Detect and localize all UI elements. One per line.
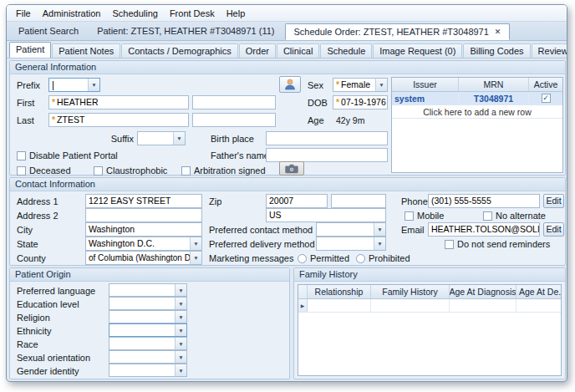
column-header-issuer[interactable]: Issuer <box>392 78 459 91</box>
active-checkbox[interactable]: ✓ <box>542 94 551 103</box>
education-level-combo[interactable]: ▼ <box>109 297 187 310</box>
first-name-extra-input[interactable] <box>192 95 276 109</box>
mobile-checkbox[interactable]: Mobile <box>405 210 444 221</box>
tab-schedule[interactable]: Schedule <box>320 43 372 58</box>
menu-item-front-desk[interactable]: Front Desk <box>164 7 221 20</box>
phone-edit-button[interactable]: Edit <box>543 194 564 208</box>
column-header-family-history[interactable]: Family History <box>371 285 450 298</box>
phone-input[interactable]: (301) 555-5555 <box>428 194 540 208</box>
tab-image-request[interactable]: Image Request (0) <box>373 43 462 58</box>
chevron-down-icon[interactable]: ▼ <box>190 252 201 264</box>
deceased-checkbox[interactable]: Deceased <box>17 165 71 176</box>
active-cell[interactable]: ✓ <box>529 92 562 104</box>
mrn-cell[interactable]: T3048971 <box>459 92 529 104</box>
close-icon[interactable]: ✕ <box>495 28 501 36</box>
do-not-send-reminders-checkbox[interactable]: Do not send reminders <box>445 238 550 250</box>
add-new-row[interactable]: Click here to add a new row <box>392 105 562 119</box>
menu-item-scheduling[interactable]: Scheduling <box>106 7 163 20</box>
camera-button[interactable] <box>279 161 304 176</box>
issuer-cell[interactable]: system <box>392 92 459 104</box>
doc-tab-schedule-order[interactable]: Schedule Order: ZTEST, HEATHER #T3048971… <box>285 23 511 40</box>
checkbox-box[interactable] <box>181 166 191 176</box>
chevron-down-icon[interactable]: ▼ <box>175 338 186 349</box>
column-header-age-at-death[interactable]: Age At De... <box>516 285 561 298</box>
first-name-input[interactable]: *HEATHER <box>48 95 189 109</box>
arbitration-signed-checkbox[interactable]: Arbitration signed <box>181 165 266 176</box>
doc-tab-patient[interactable]: Patient: ZTEST, HEATHER #T3048971 (11) <box>89 23 282 40</box>
tab-order[interactable]: Order <box>239 43 276 58</box>
chevron-down-icon[interactable]: ▼ <box>173 132 185 145</box>
marketing-permitted-radio[interactable]: Permitted <box>298 252 349 264</box>
no-alternate-checkbox[interactable]: No alternate <box>483 210 546 221</box>
checkbox-box[interactable] <box>445 240 454 249</box>
chevron-down-icon[interactable]: ▼ <box>374 223 385 236</box>
column-header-age-at-diagnosis[interactable]: Age At Diagnosis <box>450 285 516 298</box>
disable-patient-portal-checkbox[interactable]: Disable Patient Portal <box>17 150 118 161</box>
chevron-down-icon[interactable]: ▼ <box>175 284 186 296</box>
chevron-down-icon[interactable]: ▼ <box>375 79 387 91</box>
patient-photo-button[interactable] <box>279 76 301 93</box>
radio-circle[interactable] <box>298 254 307 263</box>
tab-billing-codes[interactable]: Billing Codes <box>463 43 530 58</box>
column-header-relationship[interactable]: Relationship <box>308 285 371 298</box>
preferred-language-combo[interactable]: ▼ <box>109 283 187 297</box>
gender-identity-combo[interactable]: ▼ <box>109 364 187 377</box>
checkbox-box[interactable] <box>483 211 492 221</box>
father-name-input[interactable] <box>266 148 388 162</box>
sexual-orientation-combo[interactable]: ▼ <box>109 350 187 364</box>
religion-combo[interactable]: ▼ <box>109 310 187 323</box>
address1-input[interactable]: 1212 EASY STREET <box>85 194 202 208</box>
age-at-diagnosis-cell[interactable] <box>450 299 516 312</box>
sex-combo[interactable]: *Female ▼ <box>333 78 388 92</box>
family-grid-empty-row[interactable]: ▶ <box>298 299 561 313</box>
ethnicity-combo[interactable]: ▼ <box>109 323 187 337</box>
mrn-grid-row[interactable]: system T3048971 ✓ <box>392 92 562 105</box>
email-input[interactable]: HEATHER.TOLSON@SOLISMAMMO.CC <box>428 222 540 237</box>
tab-review[interactable]: Review <box>532 43 567 58</box>
chevron-down-icon[interactable]: ▼ <box>175 364 186 376</box>
dob-input[interactable]: *07-19-1976 <box>333 95 388 109</box>
column-header-active[interactable]: Active <box>529 78 562 91</box>
menu-item-administration[interactable]: Administration <box>37 7 107 20</box>
mrn-grid[interactable]: Issuer MRN Active system T3048971 ✓ Clic… <box>391 77 563 173</box>
suffix-combo[interactable]: ▼ <box>137 131 186 145</box>
column-header-mrn[interactable]: MRN <box>459 78 529 91</box>
claustrophobic-checkbox[interactable]: Claustrophobic <box>94 165 167 176</box>
checkbox-box[interactable] <box>405 211 414 221</box>
checkbox-box[interactable] <box>17 151 26 160</box>
menu-item-file[interactable]: File <box>10 7 37 20</box>
tab-clinical[interactable]: Clinical <box>277 43 319 58</box>
radio-circle[interactable] <box>356 254 365 263</box>
address2-input[interactable] <box>85 208 202 222</box>
chevron-down-icon[interactable]: ▼ <box>175 298 186 309</box>
county-combo[interactable]: of Columbia (Washington D.C.) ▼ <box>85 251 202 265</box>
chevron-down-icon[interactable]: ▼ <box>175 324 186 336</box>
preferred-contact-method-combo[interactable]: ▼ <box>316 222 386 237</box>
country-input[interactable]: US <box>266 208 386 222</box>
age-at-death-cell[interactable] <box>516 299 561 312</box>
menu-item-help[interactable]: Help <box>221 7 252 20</box>
checkbox-box[interactable] <box>17 166 26 176</box>
email-edit-button[interactable]: Edit <box>543 222 564 237</box>
birth-place-input[interactable] <box>266 131 388 145</box>
chevron-down-icon[interactable]: ▼ <box>190 237 201 250</box>
family-history-cell[interactable] <box>371 299 450 312</box>
last-name-input[interactable]: *ZTEST <box>48 113 189 127</box>
tab-patient-notes[interactable]: Patient Notes <box>52 43 120 58</box>
checkbox-box[interactable] <box>94 166 103 176</box>
chevron-down-icon[interactable]: ▼ <box>88 79 99 91</box>
prefix-combo[interactable]: ▼ <box>48 78 100 92</box>
state-combo[interactable]: Washington D.C. ▼ <box>85 237 202 251</box>
chevron-down-icon[interactable]: ▼ <box>175 311 186 323</box>
preferred-delivery-method-combo[interactable]: ▼ <box>316 237 386 251</box>
doc-tab-patient-search[interactable]: Patient Search <box>10 23 87 40</box>
chevron-down-icon[interactable]: ▼ <box>374 237 385 250</box>
zip-ext-input[interactable] <box>331 194 386 208</box>
relationship-cell[interactable] <box>308 299 371 312</box>
tab-contacts-demographics[interactable]: Contacts / Demographics <box>121 43 238 58</box>
last-name-extra-input[interactable] <box>192 113 276 127</box>
family-history-grid[interactable]: Relationship Family History Age At Diagn… <box>298 284 562 376</box>
zip-input[interactable]: 20007 <box>266 194 328 208</box>
chevron-down-icon[interactable]: ▼ <box>175 351 186 363</box>
marketing-prohibited-radio[interactable]: Prohibited <box>356 252 410 264</box>
